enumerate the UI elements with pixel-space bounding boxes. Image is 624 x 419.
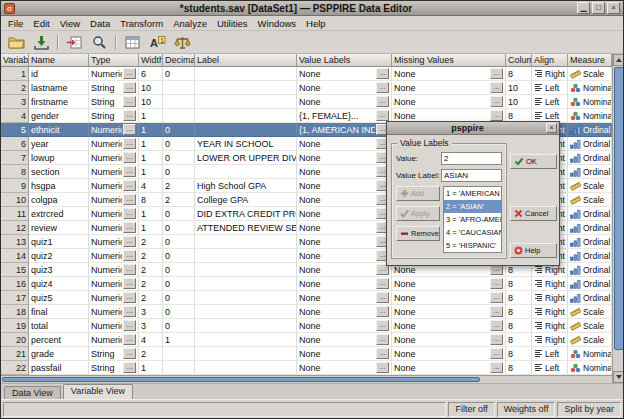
label-cell[interactable] bbox=[195, 249, 297, 263]
row-number[interactable]: 17 bbox=[1, 291, 29, 305]
label-cell[interactable] bbox=[195, 81, 297, 95]
row-number[interactable]: 11 bbox=[1, 207, 29, 221]
column-header-decimals[interactable]: Decimals bbox=[163, 54, 195, 67]
row-number[interactable]: 3 bbox=[1, 95, 29, 109]
width-cell[interactable]: 3 bbox=[139, 319, 163, 333]
measure-cell[interactable]: Nominal bbox=[568, 95, 612, 109]
name-cell[interactable]: quiz5 bbox=[29, 291, 89, 305]
row-number[interactable]: 9 bbox=[1, 179, 29, 193]
value-labels-cell[interactable]: None… bbox=[297, 67, 392, 81]
align-cell[interactable]: Right bbox=[532, 67, 568, 81]
missing-values-edit-button[interactable]: … bbox=[490, 320, 503, 331]
type-cell[interactable]: String… bbox=[89, 109, 139, 123]
width-cell[interactable]: 1 bbox=[139, 207, 163, 221]
width-cell[interactable]: 2 bbox=[139, 249, 163, 263]
row-number[interactable]: 19 bbox=[1, 319, 29, 333]
value-labels-cell[interactable]: None… bbox=[297, 263, 392, 277]
type-edit-button[interactable]: … bbox=[123, 264, 136, 275]
maximize-button[interactable]: □ bbox=[592, 2, 605, 14]
decimals-cell[interactable]: 0 bbox=[163, 277, 195, 291]
missing-values-cell[interactable]: None… bbox=[392, 67, 506, 81]
value-labels-cell[interactable]: None… bbox=[297, 179, 392, 193]
width-cell[interactable]: 2 bbox=[139, 277, 163, 291]
label-cell[interactable] bbox=[195, 263, 297, 277]
type-cell[interactable]: Numeric… bbox=[89, 319, 139, 333]
type-edit-button[interactable]: … bbox=[123, 334, 136, 345]
width-cell[interactable]: 1 bbox=[139, 361, 163, 375]
decimals-cell[interactable]: 0 bbox=[163, 319, 195, 333]
width-cell[interactable]: 1 bbox=[139, 137, 163, 151]
type-edit-button[interactable]: … bbox=[123, 96, 136, 107]
type-cell[interactable]: Numeric… bbox=[89, 137, 139, 151]
measure-cell[interactable]: Nominal bbox=[568, 347, 612, 361]
type-cell[interactable]: String… bbox=[89, 95, 139, 109]
label-cell[interactable] bbox=[195, 347, 297, 361]
value-labels-edit-button[interactable]: … bbox=[376, 96, 389, 107]
column-header-columns[interactable]: Columns bbox=[506, 54, 532, 67]
label-cell[interactable]: ATTENDED REVIEW SESSIONS bbox=[195, 221, 297, 235]
decimals-cell[interactable]: 0 bbox=[163, 305, 195, 319]
align-cell[interactable]: Right bbox=[532, 319, 568, 333]
type-cell[interactable]: Numeric… bbox=[89, 123, 139, 137]
value-label-item[interactable]: 5 = 'HISPANIC' bbox=[444, 239, 501, 252]
vertical-scrollbar[interactable] bbox=[612, 54, 624, 383]
column-header-value-labels[interactable]: Value Labels bbox=[297, 54, 392, 67]
columns-cell[interactable]: 8 bbox=[506, 291, 532, 305]
type-cell[interactable]: Numeric… bbox=[89, 333, 139, 347]
width-cell[interactable]: 4 bbox=[139, 179, 163, 193]
value-labels-edit-button[interactable]: … bbox=[376, 348, 389, 359]
decimals-cell[interactable] bbox=[163, 95, 195, 109]
type-edit-button[interactable]: … bbox=[123, 208, 136, 219]
value-label-item[interactable]: 2 = 'ASIAN' bbox=[444, 200, 501, 213]
value-label-item[interactable]: 3 = 'AFRO-AMERICAN' bbox=[444, 213, 501, 226]
goto-case-button[interactable] bbox=[62, 32, 87, 52]
label-cell[interactable] bbox=[195, 361, 297, 375]
decimals-cell[interactable] bbox=[163, 361, 195, 375]
weight-cases-button[interactable] bbox=[170, 32, 195, 52]
name-cell[interactable]: quiz2 bbox=[29, 249, 89, 263]
type-cell[interactable]: String… bbox=[89, 81, 139, 95]
align-cell[interactable]: Left bbox=[532, 361, 568, 375]
value-labels-cell[interactable]: None… bbox=[297, 81, 392, 95]
columns-cell[interactable]: 8 bbox=[506, 67, 532, 81]
measure-cell[interactable]: Scale bbox=[568, 193, 612, 207]
type-edit-button[interactable]: … bbox=[123, 320, 136, 331]
label-cell[interactable] bbox=[195, 165, 297, 179]
name-cell[interactable]: final bbox=[29, 305, 89, 319]
decimals-cell[interactable]: 0 bbox=[163, 263, 195, 277]
name-cell[interactable]: section bbox=[29, 165, 89, 179]
remove-button[interactable]: Remove bbox=[396, 226, 440, 241]
value-labels-button[interactable]: A1 bbox=[145, 32, 170, 52]
missing-values-cell[interactable]: None… bbox=[392, 95, 506, 109]
value-labels-edit-button[interactable]: … bbox=[376, 362, 389, 373]
value-labels-cell[interactable]: None… bbox=[297, 151, 392, 165]
align-cell[interactable]: Right bbox=[532, 291, 568, 305]
name-cell[interactable]: ethnicit bbox=[29, 123, 89, 137]
decimals-cell[interactable]: 0 bbox=[163, 249, 195, 263]
measure-cell[interactable]: Ordinal bbox=[568, 137, 612, 151]
row-number[interactable]: 22 bbox=[1, 361, 29, 375]
decimals-cell[interactable]: 0 bbox=[163, 165, 195, 179]
row-number[interactable]: 8 bbox=[1, 165, 29, 179]
type-cell[interactable]: Numeric… bbox=[89, 291, 139, 305]
missing-values-edit-button[interactable]: … bbox=[490, 348, 503, 359]
row-number[interactable]: 20 bbox=[1, 333, 29, 347]
value-labels-cell[interactable]: None… bbox=[297, 305, 392, 319]
missing-values-edit-button[interactable]: … bbox=[490, 306, 503, 317]
type-edit-button[interactable]: … bbox=[123, 194, 136, 205]
type-edit-button[interactable]: … bbox=[123, 110, 136, 121]
column-header-type[interactable]: Type bbox=[89, 54, 139, 67]
value-labels-cell[interactable]: None… bbox=[297, 249, 392, 263]
name-cell[interactable]: year bbox=[29, 137, 89, 151]
label-cell[interactable] bbox=[195, 235, 297, 249]
value-labels-edit-button[interactable]: … bbox=[376, 306, 389, 317]
row-number[interactable]: 7 bbox=[1, 151, 29, 165]
columns-cell[interactable]: 10 bbox=[506, 81, 532, 95]
type-edit-button[interactable]: … bbox=[123, 250, 136, 261]
type-edit-button[interactable]: … bbox=[123, 138, 136, 149]
decimals-cell[interactable]: 0 bbox=[163, 123, 195, 137]
label-cell[interactable]: YEAR IN SCHOOL bbox=[195, 137, 297, 151]
titlebar[interactable]: σ *students.sav [DataSet1] — PSPPIRE Dat… bbox=[1, 1, 623, 16]
missing-values-edit-button[interactable]: … bbox=[490, 96, 503, 107]
horizontal-scrollbar-thumb[interactable] bbox=[2, 377, 480, 382]
